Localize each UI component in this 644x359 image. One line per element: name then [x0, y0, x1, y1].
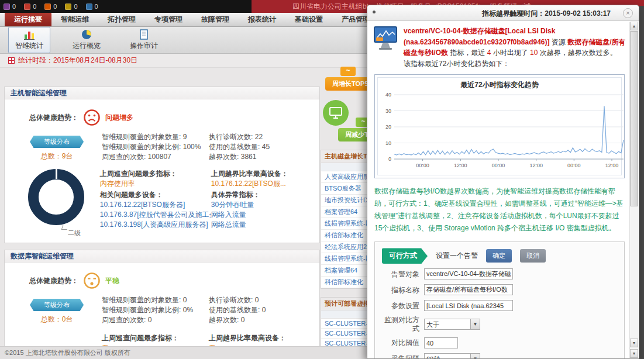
stat-line: 智维规则覆盖的对象数量: 0: [102, 295, 209, 305]
q-label: 相关问题最多设备：: [100, 190, 211, 200]
tab-5[interactable]: 故障管理: [192, 12, 239, 26]
field-label: 告警对象: [382, 270, 419, 278]
toolbar-btn-label: 运行概览: [73, 41, 101, 51]
document-icon: [138, 29, 150, 40]
device-link[interactable]: 10.176.3.198[人资高级应用服务器]: [100, 220, 211, 230]
stats-column-a: 智维规则覆盖的对象数量: 0智维规则覆盖的对象比例: 0%周巡查的次数: 0: [102, 295, 209, 325]
q-label: 上周越界比率最高设备：: [209, 333, 316, 343]
total-count: 总数：0台: [12, 315, 102, 325]
scroll-up-icon[interactable]: ▲: [630, 22, 638, 30]
alarm-counters: 00000: [0, 0, 252, 13]
trend-status: 平稳: [105, 276, 119, 286]
metric-link[interactable]: 网络入流量: [211, 210, 316, 220]
close-icon[interactable]: ×: [623, 8, 633, 18]
section-title: 主机智能运维管理: [5, 87, 319, 99]
q-label: 上周巡查问题最多指标：: [102, 333, 209, 343]
dialog-scrollbar[interactable]: ▲ ▼ ▼: [629, 22, 638, 358]
pie-chart-icon: [81, 29, 92, 40]
alarm-count: 0: [53, 3, 57, 10]
tab-6[interactable]: 报表统计: [239, 12, 285, 26]
svg-text:40: 40: [385, 92, 391, 98]
scroll-down-icon[interactable]: ▼: [630, 349, 638, 358]
cancel-button[interactable]: 取消: [520, 249, 546, 263]
donut-label: 二级: [68, 229, 81, 237]
q-value-orange[interactable]: 内存使用率: [100, 179, 211, 189]
toolbar-btn-audit[interactable]: 操作审计: [123, 27, 165, 53]
tab-2[interactable]: 智能运维: [51, 12, 98, 26]
alarm-count: 0: [33, 3, 36, 10]
alert-target-input[interactable]: [424, 268, 513, 279]
field-label: 监测对比方式: [382, 316, 419, 333]
toolbar-btn-label: 智维统计: [15, 41, 43, 51]
stats-column-b: 执行诊断次数: 0使用的基线数量: 0越界次数: 0: [209, 295, 316, 325]
device-link[interactable]: 10.176.3.87[控股代管县公司及施工企业安...: [100, 210, 211, 220]
compare-method-select[interactable]: 大于▼: [424, 319, 480, 330]
threshold-input[interactable]: [424, 337, 458, 348]
trend-label: 总体健康趋势：: [29, 113, 78, 123]
total-count: 总数：9台: [12, 151, 102, 161]
q-label: 具体异常指标：: [211, 190, 316, 200]
field-label: 对比阈值: [382, 339, 419, 347]
trigger-time: 触发时间：2015-09-02 15:03:17: [509, 9, 611, 19]
host-ops-section: 主机智能运维管理 总体健康趋势： 问题增多 等级分布 总数：9台: [4, 87, 320, 243]
neutral-face-icon: [83, 272, 101, 289]
metric-name-input[interactable]: [424, 284, 513, 295]
alarm-counter-minor[interactable]: 0: [44, 3, 57, 10]
stat-line: 周巡查的次数: 100807: [102, 152, 209, 162]
stat-line: 智维规则覆盖的对象比例: 0%: [102, 305, 209, 315]
toolbar-btn-label: 操作审计: [130, 41, 158, 51]
level-badge[interactable]: 等级分布: [30, 299, 84, 311]
advice-text: 数据存储磁盘每秒I/O数越界次数偏高，为使智能运维对提高数据存储性能有帮助，可行…: [374, 185, 624, 234]
bar-chart-icon: [23, 29, 35, 40]
level-donut-chart: 二级: [12, 168, 100, 238]
alarm-square-icon: [65, 4, 71, 10]
alarm-square-icon: [44, 4, 51, 10]
stat-line: 使用的基线数量: 45: [209, 142, 316, 152]
stats-column-b: 执行诊断次数: 22使用的基线数量: 45越界次数: 3861: [209, 132, 316, 162]
tab-1[interactable]: 运行揽要: [5, 12, 51, 26]
device-link[interactable]: 10.176.12.22[BTSO服务器]: [100, 200, 211, 210]
svg-text:30: 30: [385, 108, 391, 114]
tab-4[interactable]: 专项管理: [145, 12, 192, 26]
stat-line: 执行诊断次数: 22: [209, 132, 316, 142]
alarm-counter-info[interactable]: 0: [86, 3, 98, 10]
svg-text:00:00: 00:00: [567, 163, 581, 168]
alarm-square-icon: [4, 4, 10, 10]
tab-7[interactable]: 基础设置: [285, 12, 332, 26]
stat-line: 执行诊断次数: 0: [209, 295, 316, 305]
svg-text:10: 10: [385, 140, 391, 146]
host-monitor-icon: [323, 100, 349, 126]
trend-up-icon: ~: [340, 67, 356, 76]
alert-message: vcentre/VC-10-04-数据存储磁盘[Local LSI Disk (…: [404, 26, 626, 69]
svg-text:00:00: 00:00: [416, 163, 429, 168]
left-panel: 主机智能运维管理 总体健康趋势： 问题增多 等级分布 总数：9台: [4, 87, 320, 359]
interval-select[interactable]: 60秒▼: [424, 353, 480, 358]
alarm-counter-critical[interactable]: 0: [4, 3, 16, 10]
svg-text:12:00: 12:00: [454, 163, 467, 168]
alert-setup-form: 可行方式 设置一个告警 确定 取消 告警对象 指标名称 参数设置: [374, 241, 625, 358]
level-badge[interactable]: 等级分布: [30, 136, 84, 148]
metric-link[interactable]: 网络总流量: [211, 220, 316, 230]
confirm-button[interactable]: 确定: [486, 249, 512, 263]
stat-line: 智维规则覆盖的对象数量: 9: [102, 132, 209, 142]
toolbar-btn-run-overview[interactable]: 运行概览: [66, 27, 108, 53]
trend-chart-box: 最近72小时指标变化趋势 01020304000:0012:0000:0012:…: [374, 74, 625, 178]
scrollbar-thumb[interactable]: [630, 31, 638, 206]
section-title: 数据库智能运维管理: [5, 250, 319, 263]
svg-text:0: 0: [388, 156, 391, 162]
alarm-square-icon: [24, 4, 30, 10]
alarm-counter-warning[interactable]: 0: [65, 3, 77, 10]
stat-line: 智维规则覆盖的对象比例: 100%: [102, 142, 209, 152]
chevron-down-icon: ▼: [470, 319, 480, 329]
scroll-down-icon[interactable]: ▼: [630, 339, 638, 347]
window-edge-strip: [639, 6, 644, 359]
parameter-input[interactable]: [424, 300, 513, 311]
stat-line: 越界次数: 0: [209, 315, 316, 325]
alarm-count: 0: [95, 3, 98, 10]
alarm-counter-major[interactable]: 0: [24, 3, 36, 10]
q-value-orange[interactable]: 10.176.12.22[BTSO服...: [211, 179, 316, 189]
metric-link[interactable]: 30分钟吞吐量: [211, 200, 316, 210]
tab-3[interactable]: 拓扑管理: [98, 12, 145, 26]
toolbar-btn-zhiwei-stats[interactable]: 智维统计: [8, 27, 50, 53]
svg-text:12:00: 12:00: [605, 163, 619, 168]
